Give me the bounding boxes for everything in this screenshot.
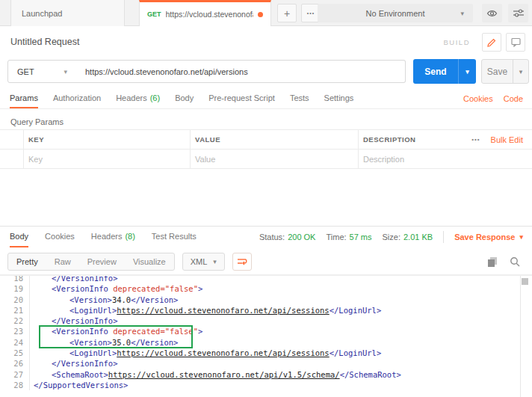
code-line-28: 28</SupportedVersions>	[0, 380, 532, 390]
save-response-label: Save Response	[454, 233, 515, 241]
request-title[interactable]: Untitled Request	[10, 37, 444, 47]
line-number: 22	[0, 316, 30, 326]
chevron-down-icon: ▾	[466, 68, 469, 76]
environment-selector[interactable]: No Environment ▾	[318, 4, 473, 22]
save-options-button[interactable]: ▾	[513, 60, 528, 83]
launchpad-tab-label: Launchpad	[22, 9, 62, 18]
tab-label: Pre-request Script	[208, 93, 275, 102]
view-tab-raw[interactable]: Raw	[46, 253, 79, 270]
view-tab-visualize[interactable]: Visualize	[125, 253, 174, 270]
chevron-down-icon: ▾	[519, 68, 523, 76]
code-line-18: 18</VersionInfo>	[0, 275, 532, 283]
code-line-21: 21<LoginUrl>https://vcloud.stevenonofaro…	[0, 305, 532, 316]
copy-icon	[487, 256, 498, 267]
comments-button[interactable]	[506, 33, 525, 52]
more-icon: •••	[307, 10, 315, 16]
tab-headers[interactable]: Headers (6)	[116, 88, 160, 108]
pencil-icon	[487, 37, 497, 47]
response-tab-test-results[interactable]: Test Results	[152, 227, 197, 247]
copy-response-button[interactable]	[487, 256, 498, 267]
tab-label: Body	[175, 93, 194, 102]
request-url-input[interactable]: https://vcloud.stevenonofaro.net/api/ver…	[76, 60, 406, 83]
format-dropdown[interactable]: XML ▾	[182, 253, 225, 271]
response-tabs: Body Cookies Headers (8) Test Results St…	[0, 226, 532, 247]
tab-pre-request-script[interactable]: Pre-request Script	[208, 88, 275, 108]
send-button[interactable]: Send	[413, 59, 458, 84]
time-label: Time:	[326, 233, 346, 241]
request-title-row: Untitled Request BUILD	[0, 27, 532, 57]
tab-label: Tests	[290, 93, 309, 102]
view-tab-preview[interactable]: Preview	[79, 253, 125, 270]
send-split-button: Send ▾	[413, 59, 476, 84]
table-header-row: KEY VALUE DESCRIPTION ••• Bulk Edit	[0, 129, 532, 149]
tab-label: Headers	[116, 93, 147, 102]
environment-quick-look-button[interactable]	[482, 4, 502, 22]
app-tab-bar: Launchpad GET https://vcloud.stevenonofa…	[0, 0, 532, 26]
key-column-header: KEY	[23, 130, 190, 149]
headers-count-badge: (6)	[150, 93, 160, 102]
description-header-label: DESCRIPTION	[363, 135, 415, 144]
line-number: 25	[0, 348, 30, 358]
key-input[interactable]: Key	[23, 150, 190, 168]
status-badge: Status: 200 OK	[259, 233, 316, 241]
response-tab-body[interactable]: Body	[10, 227, 28, 247]
scrollbar-thumb[interactable]	[522, 278, 528, 285]
query-params-table: KEY VALUE DESCRIPTION ••• Bulk Edit Key …	[0, 129, 532, 169]
tab-label: Params	[10, 93, 38, 102]
line-number: 24	[0, 337, 30, 348]
tab-label: Authorization	[53, 93, 101, 102]
tab-params[interactable]: Params	[10, 88, 38, 108]
size-label: Size:	[383, 233, 400, 241]
code-line-20: 20<Version>34.0</Version>	[0, 295, 532, 305]
description-input[interactable]: Description	[358, 150, 532, 168]
line-number: 18	[0, 275, 30, 283]
table-row: Key Value Description	[0, 149, 532, 169]
tab-method-badge: GET	[147, 10, 161, 18]
code-line-26: 26</VersionInfo>	[0, 358, 532, 369]
unsaved-indicator-dot	[258, 12, 263, 17]
tab-label: Cookies	[45, 232, 75, 241]
tab-url-label: https://vcloud.stevenonofaro.n...	[166, 10, 253, 19]
cookies-link[interactable]: Cookies	[463, 94, 493, 103]
send-options-button[interactable]: ▾	[458, 59, 476, 84]
tab-tests[interactable]: Tests	[290, 88, 309, 108]
chevron-down-icon: ▾	[64, 68, 67, 76]
response-body-editor[interactable]: 18</VersionInfo>19<VersionInfo deprecate…	[0, 275, 532, 397]
save-button[interactable]: Save	[482, 60, 513, 83]
save-response-button[interactable]: Save Response ▾	[454, 233, 523, 241]
wrap-lines-button[interactable]	[232, 253, 252, 271]
status-label: Status:	[259, 233, 285, 241]
view-tab-pretty[interactable]: Pretty	[8, 253, 46, 270]
settings-sliders-button[interactable]	[508, 4, 528, 22]
line-number: 21	[0, 305, 30, 316]
line-number: 19	[0, 283, 30, 294]
edit-request-button[interactable]	[482, 33, 501, 52]
code-line-25: 25<LoginUrl>https://vcloud.stevenonofaro…	[0, 348, 532, 358]
time-badge: Time: 57 ms	[326, 233, 371, 241]
method-dropdown[interactable]: GET ▾	[7, 60, 77, 83]
method-label: GET	[17, 67, 34, 76]
tab-launchpad[interactable]: Launchpad	[10, 0, 125, 26]
tab-body[interactable]: Body	[175, 88, 194, 108]
tab-label: Body	[10, 232, 28, 241]
row-handle-cell	[0, 150, 23, 168]
bulk-edit-link[interactable]: Bulk Edit	[491, 135, 523, 144]
response-tab-cookies[interactable]: Cookies	[45, 227, 75, 247]
code-link[interactable]: Code	[504, 94, 523, 103]
column-options-button[interactable]: •••	[471, 136, 480, 143]
response-tab-headers[interactable]: Headers (8)	[91, 227, 135, 247]
tab-label: Headers	[91, 232, 123, 241]
chevron-down-icon: ▾	[213, 258, 217, 265]
tab-active-request[interactable]: GET https://vcloud.stevenonofaro.n...	[139, 0, 271, 26]
line-number: 20	[0, 295, 30, 305]
query-params-heading: Query Params	[10, 117, 64, 126]
code-line-24: 24<Version>35.0</Version>	[0, 337, 532, 348]
tab-authorization[interactable]: Authorization	[53, 88, 101, 108]
new-tab-button[interactable]: +	[277, 4, 297, 22]
value-input[interactable]: Value	[190, 150, 358, 168]
search-response-button[interactable]	[510, 256, 520, 267]
response-view-switcher: Pretty Raw Preview Visualize	[7, 253, 175, 271]
save-split-button: Save ▾	[481, 59, 529, 84]
format-label: XML	[191, 257, 208, 266]
tab-settings[interactable]: Settings	[324, 88, 354, 108]
